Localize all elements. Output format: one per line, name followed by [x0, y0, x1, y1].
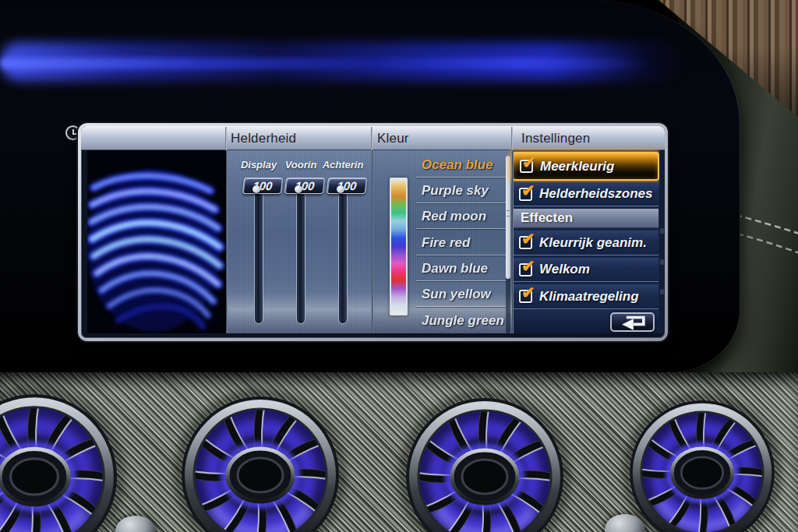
color-scrollbar[interactable]	[506, 156, 510, 333]
setting-welkom[interactable]: ✔ Welkom	[513, 258, 659, 282]
slider-achterin[interactable]: Achterin 100	[317, 159, 369, 332]
slider-thumb[interactable]	[337, 185, 344, 193]
slider-label: Achterin	[317, 159, 369, 171]
setting-label: Meerkleurig	[540, 159, 614, 174]
infotainment-screen: Helderheid Kleur Instellingen	[78, 123, 668, 341]
air-vents	[0, 372, 798, 532]
checkbox-icon[interactable]: ✔	[519, 236, 532, 249]
column-divider	[372, 150, 373, 333]
slider-track[interactable]	[338, 184, 348, 324]
header-brightness: Helderheid	[231, 127, 296, 150]
color-option-ocean-blue[interactable]: Ocean blue	[372, 152, 509, 178]
photo-canvas: Helderheid Kleur Instellingen	[0, 0, 798, 532]
slider-track[interactable]	[296, 184, 305, 324]
scrollbar-handle[interactable]	[506, 156, 510, 279]
slider-value-badge: 100	[327, 178, 367, 194]
slider-thumb[interactable]	[252, 185, 260, 193]
check-icon: ✔	[521, 284, 535, 301]
slider-value-badge: 100	[242, 178, 283, 194]
header-bar: Helderheid Kleur Instellingen	[81, 126, 665, 150]
brightness-panel: Display 100 Voorin 100 Achterin 100	[226, 150, 372, 333]
screen-content: Helderheid Kleur Instellingen	[81, 126, 665, 338]
setting-label: Welkom	[539, 262, 590, 277]
checkbox-icon[interactable]: ✔	[519, 188, 532, 201]
header-settings: Instellingen	[521, 127, 590, 150]
header-divider	[511, 127, 513, 151]
carbon-dashboard	[0, 372, 798, 532]
faint-icon	[660, 259, 664, 265]
setting-label: Klimaatregeling	[539, 289, 639, 305]
setting-helderheidszones[interactable]: ✔ Helderheidszones	[513, 182, 659, 206]
color-option-sun-yellow[interactable]: Sun yellow	[372, 281, 509, 307]
settings-footer	[513, 310, 659, 333]
setting-meerkleurig[interactable]: ✔ Meerkleurig	[512, 152, 659, 181]
setting-klimaatregeling[interactable]: ✔ Klimaatregeling	[513, 284, 659, 309]
header-divider	[371, 127, 373, 151]
header-color: Kleur	[377, 127, 409, 150]
back-button[interactable]	[610, 312, 655, 332]
color-option-purple-sky[interactable]: Purple sky	[372, 178, 509, 203]
section-effecten: Effecten	[513, 209, 659, 228]
column-divider	[512, 150, 514, 333]
slider-value-badge: 100	[284, 178, 325, 194]
check-icon: ✔	[521, 231, 535, 247]
color-option-fire-red[interactable]: Fire red	[372, 230, 509, 255]
color-option-dawn-blue[interactable]: Dawn blue	[372, 255, 509, 281]
color-option-jungle-green[interactable]: Jungle green	[372, 308, 509, 333]
setting-kleurrijk-geanim[interactable]: ✔ Kleurrijk geanim.	[513, 231, 659, 255]
column-divider	[226, 150, 228, 333]
check-icon: ✔	[521, 258, 535, 274]
ambient-preview-image	[87, 150, 226, 333]
setting-label: Kleurrijk geanim.	[539, 235, 647, 251]
color-option-red-moon[interactable]: Red moon	[372, 203, 509, 229]
check-icon: ✔	[522, 154, 536, 171]
header-divider	[225, 127, 227, 151]
settings-panel: ✔ Meerkleurig ✔ Helderheidszones Effecte…	[512, 150, 659, 333]
clipped-right-column	[659, 150, 665, 333]
checkbox-icon[interactable]: ✔	[520, 160, 533, 173]
back-arrow-icon	[616, 312, 650, 333]
section-label: Effecten	[521, 210, 573, 226]
color-panel: Ocean blue Purple sky Red moon Fire red …	[372, 150, 512, 333]
faint-icon	[660, 228, 664, 234]
faint-icon	[660, 289, 664, 294]
slider-thumb[interactable]	[295, 185, 302, 193]
check-icon: ✔	[521, 182, 535, 199]
setting-label: Helderheidszones	[539, 186, 653, 202]
ambient-waves-graphic	[87, 150, 226, 333]
checkbox-icon[interactable]: ✔	[519, 263, 532, 277]
checkbox-icon[interactable]: ✔	[519, 290, 532, 303]
slider-track[interactable]	[254, 184, 263, 324]
